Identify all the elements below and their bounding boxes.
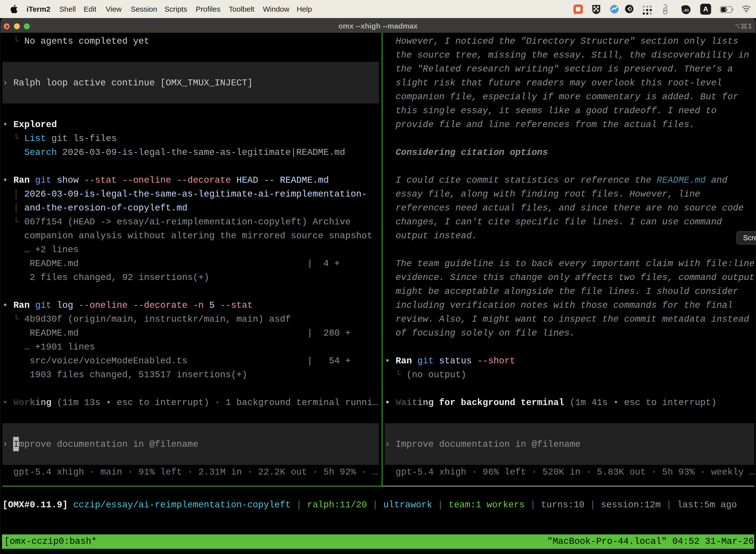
svg-text:..61: ..61 [683, 8, 689, 12]
